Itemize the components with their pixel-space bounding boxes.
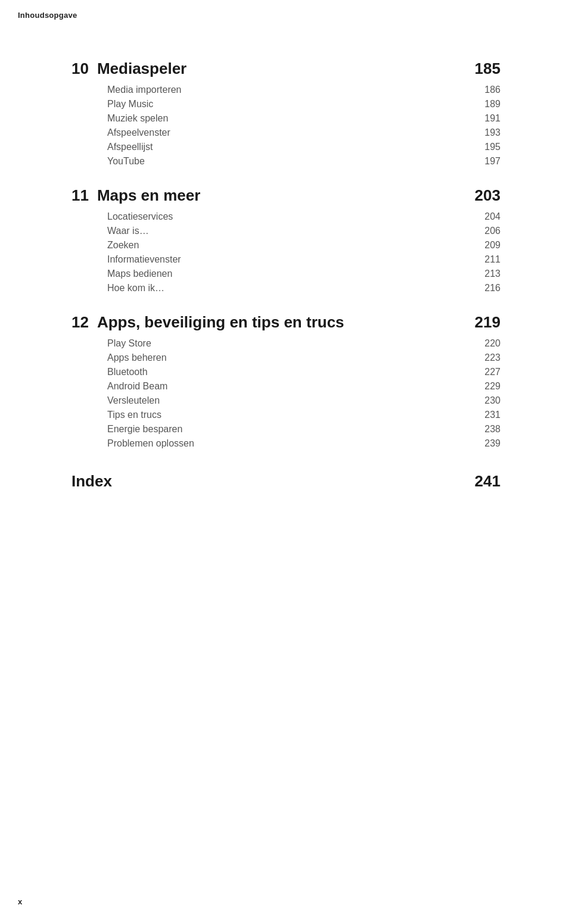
toc-entry-1-3: Informatievenster211 (107, 252, 500, 267)
toc-entry-0-1: Play Music189 (107, 97, 500, 111)
chapter-0: 10Mediaspeler185Media importeren186Play … (72, 60, 500, 168)
footer-label: x (18, 897, 22, 906)
toc-entry-label-0-3: Afspeelvenster (107, 127, 170, 138)
toc-entry-page-1-3: 211 (471, 254, 500, 265)
toc-entry-label-2-3: Android Beam (107, 381, 167, 392)
toc-entry-page-1-5: 216 (471, 283, 500, 294)
toc-entry-label-2-2: Bluetooth (107, 367, 148, 377)
toc-entry-page-2-3: 229 (471, 381, 500, 392)
toc-entry-page-0-3: 193 (471, 127, 500, 138)
chapter-title-group-2: 12Apps, beveiliging en tips en trucs (72, 313, 344, 332)
toc-entry-page-0-5: 197 (471, 156, 500, 167)
toc-entry-1-1: Waar is…206 (107, 224, 500, 238)
chapter-heading-0: 10Mediaspeler185 (72, 60, 500, 78)
toc-entry-page-2-2: 227 (471, 367, 500, 377)
toc-entry-2-0: Play Store220 (107, 336, 500, 351)
toc-entry-page-2-1: 223 (471, 352, 500, 363)
toc-entry-0-0: Media importeren186 (107, 83, 500, 97)
toc-entry-label-1-4: Maps bedienen (107, 269, 172, 279)
toc-entry-0-3: Afspeelvenster193 (107, 126, 500, 140)
toc-content: 10Mediaspeler185Media importeren186Play … (36, 60, 536, 491)
toc-entry-label-0-5: YouTube (107, 156, 145, 167)
index-entry: Index241 (72, 472, 500, 491)
toc-entry-page-1-4: 213 (471, 269, 500, 279)
chapter-2: 12Apps, beveiliging en tips en trucs219P… (72, 313, 500, 451)
toc-entry-page-2-4: 230 (471, 395, 500, 406)
toc-entry-page-1-0: 204 (471, 211, 500, 222)
toc-entry-label-2-4: Versleutelen (107, 395, 160, 406)
toc-entry-page-0-0: 186 (471, 85, 500, 95)
toc-entry-1-2: Zoeken209 (107, 238, 500, 252)
chapter-heading-2: 12Apps, beveiliging en tips en trucs219 (72, 313, 500, 332)
toc-entry-page-2-6: 238 (471, 424, 500, 435)
chapter-num-1: 11 (72, 186, 89, 205)
page-header: Inhoudsopgave (18, 11, 77, 20)
toc-entry-label-2-7: Problemen oplossen (107, 438, 194, 449)
chapter-page-0: 185 (475, 60, 500, 78)
toc-entry-0-4: Afspeellijst195 (107, 140, 500, 154)
chapter-title-group-1: 11Maps en meer (72, 186, 200, 205)
toc-entry-2-4: Versleutelen230 (107, 394, 500, 408)
toc-entry-label-2-1: Apps beheren (107, 352, 167, 363)
index-page: 241 (475, 472, 500, 491)
toc-entry-label-1-0: Locatieservices (107, 211, 173, 222)
toc-entry-page-0-2: 191 (471, 113, 500, 124)
toc-entry-label-1-1: Waar is… (107, 226, 149, 236)
chapter-title-2: Apps, beveiliging en tips en trucs (97, 313, 344, 332)
toc-entry-label-1-2: Zoeken (107, 240, 139, 251)
toc-entry-page-1-1: 206 (471, 226, 500, 236)
chapter-title-group-0: 10Mediaspeler (72, 60, 186, 78)
toc-entry-2-7: Problemen oplossen239 (107, 436, 500, 451)
toc-entry-0-5: YouTube197 (107, 154, 500, 168)
chapter-num-0: 10 (72, 60, 89, 78)
toc-entry-2-2: Bluetooth227 (107, 365, 500, 379)
chapter-1: 11Maps en meer203Locatieservices204Waar … (72, 186, 500, 295)
toc-entry-label-2-5: Tips en trucs (107, 410, 161, 420)
toc-entry-2-1: Apps beheren223 (107, 351, 500, 365)
toc-entry-label-1-3: Informatievenster (107, 254, 181, 265)
toc-entry-0-2: Muziek spelen191 (107, 111, 500, 126)
toc-entry-label-0-0: Media importeren (107, 85, 182, 95)
chapter-heading-1: 11Maps en meer203 (72, 186, 500, 205)
toc-entry-page-2-0: 220 (471, 338, 500, 349)
toc-entry-label-0-2: Muziek spelen (107, 113, 168, 124)
chapter-title-0: Mediaspeler (97, 60, 186, 78)
header-label: Inhoudsopgave (18, 11, 77, 20)
toc-entry-label-0-1: Play Music (107, 99, 153, 110)
toc-entry-label-2-6: Energie besparen (107, 424, 182, 435)
chapter-num-2: 12 (72, 313, 89, 332)
toc-entry-1-5: Hoe kom ik…216 (107, 281, 500, 295)
toc-entry-1-4: Maps bedienen213 (107, 267, 500, 281)
toc-entry-page-1-2: 209 (471, 240, 500, 251)
toc-entry-2-6: Energie besparen238 (107, 422, 500, 436)
toc-entry-page-0-1: 189 (471, 99, 500, 110)
chapter-page-2: 219 (475, 313, 500, 332)
chapter-title-1: Maps en meer (97, 186, 200, 205)
toc-entry-2-5: Tips en trucs231 (107, 408, 500, 422)
toc-entry-page-2-5: 231 (471, 410, 500, 420)
chapter-page-1: 203 (475, 186, 500, 205)
toc-entry-label-2-0: Play Store (107, 338, 151, 349)
index-label: Index (72, 472, 112, 491)
toc-entry-label-1-5: Hoe kom ik… (107, 283, 164, 294)
toc-entry-2-3: Android Beam229 (107, 379, 500, 394)
toc-entry-label-0-4: Afspeellijst (107, 142, 153, 152)
toc-entry-1-0: Locatieservices204 (107, 210, 500, 224)
toc-entry-page-0-4: 195 (471, 142, 500, 152)
page-footer: x (18, 897, 22, 906)
toc-entry-page-2-7: 239 (471, 438, 500, 449)
